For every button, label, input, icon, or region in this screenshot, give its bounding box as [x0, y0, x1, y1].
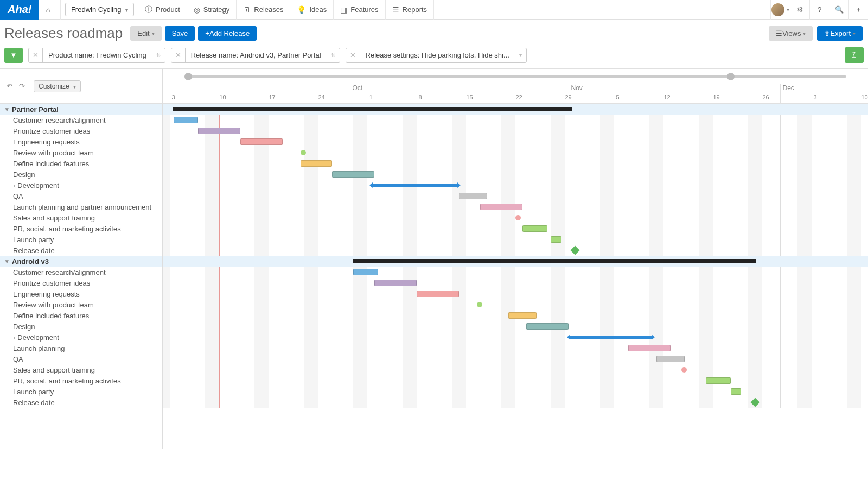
task-row[interactable]: QA — [0, 191, 162, 201]
views-button[interactable]: ☰ Views ▾ — [769, 26, 813, 41]
gantt-bar[interactable] — [374, 280, 417, 286]
task-row[interactable]: Review with product team — [0, 147, 162, 158]
logo[interactable]: Aha! — [0, 0, 39, 20]
task-row[interactable]: Define included features — [0, 310, 162, 321]
gantt-bar[interactable] — [332, 171, 374, 178]
nav-strategy[interactable]: ◎Strategy — [187, 0, 237, 20]
task-row[interactable]: Prioritize customer ideas — [0, 125, 162, 136]
gantt-milestone[interactable] — [571, 246, 580, 255]
group-row[interactable]: ▾Partner Portal — [0, 104, 162, 115]
task-row[interactable]: Prioritize customer ideas — [0, 277, 162, 288]
filter-product[interactable]: ✕ Product name: Fredwin Cycling ⇅ — [28, 48, 165, 63]
export-button[interactable]: ⇪ Export ▾ — [817, 26, 863, 41]
gantt-dot[interactable] — [681, 367, 687, 373]
edit-button[interactable]: Edit ▾ — [130, 26, 161, 41]
gantt-body[interactable] — [163, 104, 868, 408]
gantt-bar[interactable] — [706, 377, 731, 384]
gantt-dev-bar[interactable] — [569, 336, 653, 339]
gantt-bar[interactable] — [522, 225, 547, 232]
gantt-bar[interactable] — [301, 160, 333, 167]
collapse-icon[interactable]: ▾ — [5, 106, 9, 113]
nav-features[interactable]: ▦Features — [334, 0, 385, 20]
task-row[interactable]: Design — [0, 321, 162, 332]
gantt-bar[interactable] — [174, 117, 199, 123]
add-release-button[interactable]: + Add Release — [198, 26, 257, 41]
task-row[interactable]: › Development — [0, 332, 162, 343]
gantt-bar[interactable] — [240, 138, 283, 145]
nav-product[interactable]: ⓘProduct — [138, 0, 187, 20]
save-button[interactable]: Save — [165, 26, 195, 41]
gantt-bar[interactable] — [508, 312, 537, 319]
customize-button[interactable]: Customize ▾ — [34, 80, 81, 92]
gantt-dot[interactable] — [477, 302, 482, 307]
group-row[interactable]: ▾Android v3 — [0, 256, 162, 267]
filter-release[interactable]: ✕ Release name: Android v3, Partner Port… — [171, 48, 340, 63]
export-icon: ⇪ — [824, 29, 830, 37]
gantt-dev-bar[interactable] — [371, 184, 459, 187]
gantt-bar[interactable] — [459, 193, 487, 199]
remove-filter-icon[interactable]: ✕ — [29, 48, 43, 62]
collapse-icon[interactable]: ▾ — [5, 258, 9, 265]
filter-settings[interactable]: ✕ Release settings: Hide parking lots, H… — [346, 48, 527, 63]
slider-handle-end[interactable] — [727, 73, 735, 80]
task-row[interactable]: Engineering requests — [0, 288, 162, 299]
settings-button[interactable]: ⚙ — [790, 0, 809, 20]
gantt-bar[interactable] — [198, 128, 240, 134]
gantt-milestone[interactable] — [750, 398, 760, 407]
task-row[interactable]: Customer research/alignment — [0, 267, 162, 277]
task-row[interactable]: Design — [0, 169, 162, 180]
remove-filter-icon[interactable]: ✕ — [346, 48, 360, 62]
task-row[interactable]: PR, social, and marketing activites — [0, 375, 162, 386]
calendar-icon: 🗓 — [851, 51, 858, 59]
gantt-bar[interactable] — [656, 356, 685, 362]
nav-reports[interactable]: ☰Reports — [386, 0, 435, 20]
task-row[interactable]: › Development — [0, 180, 162, 191]
user-menu[interactable]: ▾ — [770, 0, 790, 20]
nav-home[interactable]: ⌂ — [39, 0, 60, 20]
help-button[interactable]: ? — [809, 0, 829, 20]
chevron-right-icon[interactable]: › — [13, 333, 15, 342]
day-label: 26 — [744, 94, 788, 100]
nav-releases[interactable]: 🗓Releases — [237, 0, 290, 20]
task-row[interactable]: QA — [0, 354, 162, 364]
remove-filter-icon[interactable]: ✕ — [171, 48, 186, 62]
search-button[interactable]: 🔍 — [829, 0, 848, 20]
task-row[interactable]: Launch planning and partner announcement — [0, 201, 162, 212]
task-row[interactable]: Launch party — [0, 386, 162, 397]
caret-icon: ▾ — [853, 30, 856, 36]
gantt-bar[interactable] — [731, 388, 742, 395]
undo-button[interactable]: ↶ — [4, 81, 15, 91]
summary-bar[interactable] — [353, 259, 755, 263]
filter-toggle-button[interactable]: ▼ — [4, 48, 23, 63]
task-row[interactable]: Define included features — [0, 158, 162, 169]
day-label: 3 — [163, 94, 195, 100]
task-row[interactable]: Review with product team — [0, 299, 162, 310]
nav-ideas[interactable]: 💡Ideas — [290, 0, 334, 20]
timeline-range-slider[interactable] — [163, 69, 868, 84]
product-selector[interactable]: Fredwin Cycling ▾ — [65, 3, 134, 16]
gantt-dot[interactable] — [301, 150, 306, 155]
redo-button[interactable]: ↷ — [17, 81, 27, 91]
task-row[interactable]: Engineering requests — [0, 136, 162, 147]
add-button[interactable]: ＋ — [848, 0, 868, 20]
help-icon: ? — [818, 5, 821, 14]
slider-handle-start[interactable] — [184, 73, 192, 80]
summary-bar[interactable] — [174, 107, 572, 111]
gantt-bar[interactable] — [628, 345, 671, 351]
gantt-bar[interactable] — [480, 204, 522, 210]
gantt-bar[interactable] — [353, 269, 378, 275]
gantt-bar[interactable] — [417, 291, 459, 297]
task-row[interactable]: Launch party — [0, 234, 162, 245]
task-row[interactable]: Sales and support training — [0, 212, 162, 223]
gantt-bar[interactable] — [526, 323, 569, 330]
task-row[interactable]: Customer research/alignment — [0, 115, 162, 125]
task-row[interactable]: PR, social, and marketing activites — [0, 223, 162, 234]
calendar-jump-button[interactable]: 🗓 — [845, 47, 864, 63]
gantt-bar[interactable] — [551, 236, 561, 243]
gantt-dot[interactable] — [515, 215, 521, 220]
task-row[interactable]: Launch planning — [0, 343, 162, 354]
task-row[interactable]: Sales and support training — [0, 364, 162, 375]
task-row[interactable]: Release date — [0, 397, 162, 408]
task-row[interactable]: Release date — [0, 245, 162, 256]
chevron-right-icon[interactable]: › — [13, 181, 15, 190]
